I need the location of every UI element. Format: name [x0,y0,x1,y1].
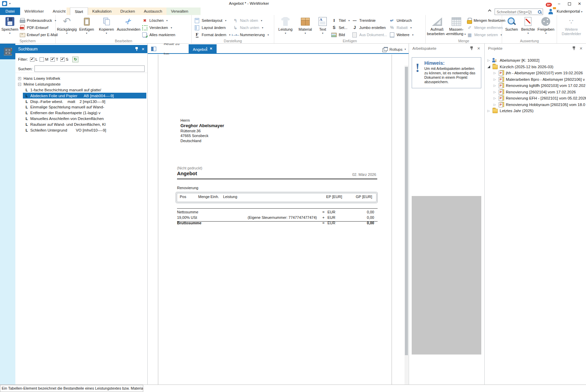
pin-icon[interactable] [572,46,575,50]
tab-close-icon[interactable]: ✕ [210,44,213,53]
tree-expander-icon[interactable] [487,109,492,112]
app-logo-icon[interactable] [2,1,7,6]
suchbaum-tree-item-4[interactable]: Disp.-Farbe wbest. matt 2 [mpi130----9] [15,99,147,104]
kundenportal-user[interactable] [548,8,555,15]
nach-unten-button[interactable]: Nach unten [231,25,270,31]
umbruch-button[interactable]: Umbruch [388,17,415,24]
panel-close-icon[interactable]: ✕ [142,47,145,51]
speichern-button[interactable]: Speichern [1,16,18,37]
mengen-festsetzen-button[interactable]: Mengen festsetzen [466,17,506,24]
document-tab-0[interactable]: Heute zu tun ✕ [160,44,189,53]
tree-expander-icon[interactable] [494,71,498,75]
split-view-icon[interactable] [151,47,156,51]
projekte-tree-item-7[interactable]: Renovierung Hobbyraum [2602105] vom 18.0 [485,102,586,108]
loeschen-button[interactable]: Löschen [141,17,176,24]
suchbaum-search-input[interactable] [34,65,145,72]
collapse-ribbon-button[interactable] [488,10,491,12]
panel-close-icon[interactable]: ✕ [580,47,583,50]
menu-tab-2[interactable]: Ansicht [48,7,70,15]
filter-checkbox-1[interactable] [40,57,44,62]
close-button[interactable]: ✕ [574,0,585,7]
trennlinie-button[interactable]: Trennlinie [351,17,388,24]
set-button[interactable]: Set... [330,25,351,31]
quickstart-search[interactable] [495,9,543,15]
menu-tab-4[interactable]: Kalkulation [88,7,116,15]
nach-oben-button[interactable]: Nach oben [231,17,270,24]
tree-expander-icon[interactable] [18,83,21,86]
panel-close-icon[interactable]: ✕ [477,47,480,50]
kopieren-button[interactable]: Kopieren [97,16,116,37]
pdf-entwurf-button[interactable]: PDF-Entwurf [18,25,59,31]
suchbaum-tree-item-8[interactable]: Raufaser auf Wand- und Deckenflächen, Kl [15,121,147,127]
aus-dokument-button[interactable]: Aus Dokument... [351,32,388,38]
suchen-button[interactable]: Suchen [503,16,519,37]
tree-expander-icon[interactable] [494,96,498,100]
leistung-button[interactable]: Leistung [276,16,295,37]
filter-checkbox-0[interactable] [30,57,34,62]
jumbo-erstellen-button[interactable]: Jumbo erstellen [351,25,388,31]
text-button[interactable]: Text [315,16,330,37]
sidebar-item-9[interactable] [0,44,15,59]
suchbaum-tree-item-7[interactable]: Manuelles Anschleifen von Deckenflächen [15,116,147,122]
minimize-button[interactable]: – [554,0,564,7]
menge-setzen-button[interactable]: Menge setzen [466,32,506,38]
kundenportal-menu[interactable]: Kundenportal [557,9,582,13]
rollups-button[interactable]: Rollups ▾ [382,47,406,51]
aufmass-bearbeiten-button[interactable]: Aufmaß bearbeiten [427,16,447,37]
quickstart-search-input[interactable] [497,10,538,14]
positions-table-header[interactable]: Pos Menge Einh. Leistung EP [EUR] GP [EU… [176,192,378,203]
projekte-tree-item-8[interactable]: Letztes Jahr (2025) [485,108,586,114]
menu-tab-1[interactable]: WinWorker [20,7,48,15]
suchbaum-tree-item-6[interactable]: Entfernen der Raufasertapete (1-lagig) v [15,110,147,116]
layout-aendern-button[interactable]: Layout ändern [193,25,231,31]
projekte-tree-item-3[interactable]: Malerarbeiten Bpro - Abelsmayer [2602106… [485,76,586,83]
tree-expander-icon[interactable] [494,84,498,87]
probeausdruck-button[interactable]: Probeausdruck [18,17,59,24]
projekte-tree-item-5[interactable]: Renovierung [2602104] vom 17.02.2026 [485,89,586,95]
suchbaum-tree-item-5[interactable]: Einmalige Spachtelung manuell auf Wand- [15,104,147,110]
massenermittlung-button[interactable]: Massen-ermittlung [447,16,466,37]
refresh-button[interactable] [72,57,78,62]
document-tab-1[interactable]: Angebot* ✕ [189,44,217,53]
projekte-tree-item-2[interactable]: jhh - Abelsmayer [2602107] vom 19.02.202… [485,70,586,76]
search-icon[interactable] [538,10,542,14]
suchbaum-tree-item-2[interactable]: 1-fache Beschichtung manuell auf glatte/ [15,87,147,93]
tree-expander-icon[interactable] [487,59,492,62]
material-button[interactable]: Material [295,16,315,37]
tree-expander-icon[interactable] [494,78,498,81]
projekte-tree-item-4[interactable]: Renoveirung kgfdfh [2602103] vom 17.02.2… [485,82,586,89]
einfuegen-paste-button[interactable]: Einfügen [77,16,97,37]
titel-button[interactable]: Titel [330,17,351,24]
format-aendern-button[interactable]: Format ändern [193,32,231,38]
menu-tab-3[interactable]: Start [70,7,88,15]
menu-tab-6[interactable]: Austausch [140,7,167,15]
projekte-tree-item-1[interactable]: Kürzlich (2025-12 bis 2026-03) [485,64,586,70]
tree-expander-icon[interactable] [494,103,498,106]
tree-expander-icon[interactable] [487,65,492,68]
maximize-button[interactable] [564,0,574,7]
notification-badge[interactable]: 9+ [546,3,552,7]
menu-tab-7[interactable]: Verwalten [166,7,193,15]
tree-expander-icon[interactable] [18,77,21,80]
projekte-tree-item-6[interactable]: Renovierung EFH - [2602101] vom 05.02.20… [485,95,586,102]
bild-button[interactable]: Bild [330,32,351,38]
verstecken-button[interactable]: Verstecken [141,25,176,31]
pin-icon[interactable] [135,47,138,51]
document-scrollbar[interactable] [405,65,408,385]
filter-checkbox-2[interactable] [50,57,55,62]
suchbaum-tree-item-0[interactable]: Hans Lowey Infothek [15,76,147,81]
rabatt-button[interactable]: Rabatt [388,25,415,31]
weitere-datenfelder-button[interactable]: Weitere Datenfelder [558,16,584,37]
suchbaum-tree-item-1[interactable]: Meine Leistungstexte [15,81,147,87]
rueckgaengig-button[interactable]: Rückgängig [57,16,77,37]
suchbaum-tree-item-3[interactable]: Abdecken Folie und Papier AB [mab004----… [15,93,147,99]
pin-icon[interactable] [470,46,473,50]
filter-checkbox-3[interactable] [60,57,65,62]
menge-entfernen-button[interactable]: Menge entfernen [466,25,506,31]
seitenlayout-button[interactable]: Seitenlayout [193,17,231,24]
ausschneiden-button[interactable]: Ausschneiden [116,16,141,37]
quick-access-dropdown-icon[interactable]: ▾ [9,2,11,5]
projekte-tree-item-0[interactable]: Abelsmayer [K: 10002] [485,57,586,64]
weitere-button[interactable]: Weitere [388,32,415,38]
suchbaum-tree-item-9[interactable]: Schleifen Untergrund VO [mhv010----9] [15,127,147,133]
